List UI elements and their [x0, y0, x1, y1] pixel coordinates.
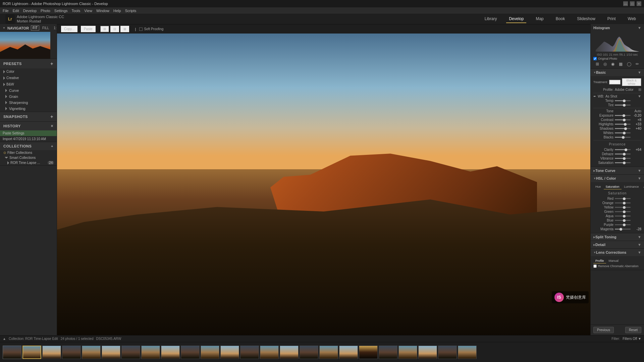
collections-header[interactable]: Collections +: [0, 142, 57, 150]
original-photo-checkbox[interactable]: [593, 57, 597, 60]
detail-expand[interactable]: ▼: [638, 243, 641, 247]
purple-slider[interactable]: [615, 224, 631, 225]
ror-timelapse-item[interactable]: ROR Time-Lapse ... 24: [0, 160, 57, 165]
temp-slider[interactable]: [615, 100, 631, 101]
tone-curve-expand[interactable]: ▼: [638, 169, 641, 173]
nav-slideshow[interactable]: Slideshow: [574, 15, 598, 23]
whites-thumb[interactable]: [623, 132, 626, 134]
color-preset-header[interactable]: Color: [0, 69, 57, 74]
thumb-12[interactable]: [220, 346, 239, 359]
magenta-slider[interactable]: [615, 229, 631, 230]
menu-tools[interactable]: Tools: [72, 9, 80, 13]
bw-preset-header[interactable]: B&W: [0, 82, 57, 87]
hue-tab[interactable]: Hue: [593, 184, 603, 189]
aqua-slider[interactable]: [615, 216, 631, 217]
nav-develop[interactable]: Develop: [506, 15, 526, 23]
blue-thumb[interactable]: [623, 219, 626, 222]
paste-btn[interactable]: Paste: [81, 26, 96, 32]
spot-heal-icon[interactable]: ◎: [603, 62, 607, 66]
snapshots-header[interactable]: Snapshots +: [0, 112, 57, 121]
all-tab[interactable]: All: [642, 184, 644, 189]
close-btn[interactable]: ×: [637, 1, 641, 6]
color-treatment-btn[interactable]: Color: [609, 80, 621, 84]
thumb-4[interactable]: [62, 346, 81, 359]
hsl-expand[interactable]: ▼: [638, 176, 641, 180]
basic-header[interactable]: ▼ Basic ▼: [591, 69, 644, 76]
fill-btn[interactable]: FILL: [41, 25, 51, 31]
exposure-thumb[interactable]: [623, 114, 625, 117]
thumb-15[interactable]: [280, 346, 299, 359]
vibrance-thumb[interactable]: [623, 157, 626, 160]
highlights-slider[interactable]: [615, 124, 631, 125]
history-item-import[interactable]: Import 4/7/2019 11:13:10 AM: [0, 136, 57, 142]
redeye-icon[interactable]: ◉: [611, 62, 614, 66]
tint-thumb[interactable]: [623, 104, 626, 107]
nav-library[interactable]: Library: [482, 15, 500, 23]
tint-slider[interactable]: [615, 105, 631, 106]
thumb-6[interactable]: [102, 346, 120, 359]
survey-view-btn[interactable]: ⊠: [120, 26, 129, 32]
compare-view-btn[interactable]: ⊟: [110, 26, 119, 32]
whites-slider[interactable]: [615, 132, 631, 133]
snapshots-add-btn[interactable]: +: [50, 114, 53, 119]
radial-filter-icon[interactable]: ◯: [627, 62, 631, 66]
temp-thumb[interactable]: [623, 100, 626, 102]
contrast-slider[interactable]: [615, 119, 631, 120]
green-thumb[interactable]: [623, 210, 626, 213]
history-header[interactable]: History ×: [0, 122, 57, 130]
nav-book[interactable]: Book: [553, 15, 568, 23]
crop-icon[interactable]: ⊞: [596, 62, 599, 66]
thumb-22[interactable]: [418, 346, 437, 359]
thumb-19[interactable]: [359, 346, 378, 359]
saturation-thumb[interactable]: [623, 162, 626, 164]
history-item-paste[interactable]: Paste Settings: [0, 130, 57, 136]
saturation-tab[interactable]: Saturation: [604, 184, 622, 189]
thumb-9[interactable]: [161, 346, 180, 359]
clarity-slider[interactable]: [615, 149, 631, 150]
one-to-one-btn[interactable]: 1:1: [52, 25, 57, 31]
highlights-thumb[interactable]: [624, 123, 627, 126]
shadows-thumb[interactable]: [624, 127, 627, 130]
creative-preset-header[interactable]: Creative: [0, 75, 57, 80]
profile-expand-icon[interactable]: ⊞: [638, 87, 641, 92]
soft-proofing-toggle[interactable]: Soft Proofing: [139, 27, 163, 31]
menu-photo[interactable]: Photo: [41, 9, 50, 13]
histogram-expand-icon[interactable]: ▼: [638, 26, 641, 30]
tone-curve-header[interactable]: ▶ Tone Curve ▼: [591, 167, 644, 174]
lens-corrections-header[interactable]: ▼ Lens Corrections ▼: [591, 249, 644, 256]
copy-btn[interactable]: Copy...: [61, 26, 77, 32]
blacks-slider[interactable]: [615, 137, 631, 138]
purple-thumb[interactable]: [623, 224, 626, 226]
thumb-14[interactable]: [260, 346, 279, 359]
curve-item[interactable]: Curve: [0, 87, 57, 94]
adjust-brush-icon[interactable]: ✏: [636, 62, 639, 66]
menu-develop[interactable]: Develop: [23, 9, 37, 13]
thumb-13[interactable]: [240, 346, 259, 359]
green-slider[interactable]: [615, 211, 631, 212]
orange-thumb[interactable]: [623, 202, 626, 204]
detail-header[interactable]: ▶ Detail ▼: [591, 241, 644, 248]
menu-scripts[interactable]: Scripts: [125, 9, 137, 13]
menu-settings[interactable]: Settings: [54, 9, 68, 13]
thumb-20[interactable]: [379, 346, 397, 359]
reset-btn[interactable]: Reset: [625, 327, 641, 333]
aqua-thumb[interactable]: [623, 215, 626, 218]
window-controls[interactable]: — □ ×: [623, 1, 641, 6]
thumb-3[interactable]: [42, 346, 61, 359]
clarity-thumb[interactable]: [625, 148, 627, 151]
split-toning-expand[interactable]: ▼: [638, 235, 641, 239]
nav-web[interactable]: Web: [625, 15, 639, 23]
soft-proof-checkbox[interactable]: [139, 27, 143, 31]
vibrance-slider[interactable]: [615, 158, 631, 159]
menu-view[interactable]: View: [84, 9, 92, 13]
thumb-10[interactable]: [181, 346, 200, 359]
hsl-header[interactable]: ▼ HSL / Color ▼: [591, 175, 644, 182]
yellow-slider[interactable]: [615, 207, 631, 208]
orange-slider[interactable]: [615, 202, 631, 203]
maximize-btn[interactable]: □: [630, 1, 635, 6]
collections-add-btn[interactable]: +: [51, 144, 53, 148]
luminance-tab[interactable]: Luminance: [622, 184, 641, 189]
thumb-24[interactable]: [458, 346, 477, 359]
grad-filter-icon[interactable]: ▦: [619, 62, 623, 66]
smart-collections-item[interactable]: Smart Collections: [0, 155, 57, 160]
